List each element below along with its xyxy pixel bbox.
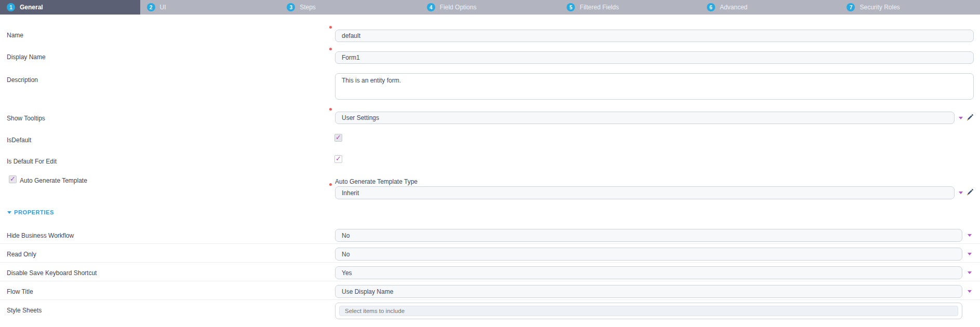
dropdown-caret-icon[interactable] <box>968 253 972 255</box>
auto-generate-template-label: Auto Generate Template <box>20 177 87 184</box>
flow-title-input[interactable] <box>335 285 962 298</box>
show-tooltips-label: Show Tooltips <box>7 115 45 122</box>
isdefault-checkbox[interactable] <box>334 134 342 142</box>
collapse-caret-icon <box>7 211 11 214</box>
dropdown-caret-icon[interactable] <box>959 117 963 119</box>
row-divider <box>0 262 980 263</box>
wizard-step-bar: 1 General 2 UI 3 Steps 4 Field Options 5… <box>0 0 980 15</box>
row-divider <box>0 299 980 300</box>
step-number-badge: 1 <box>7 3 15 11</box>
auto-generate-template-checkbox[interactable] <box>9 175 17 183</box>
flow-title-label: Flow Title <box>7 288 33 295</box>
name-label: Name <box>7 32 23 39</box>
row-divider <box>0 281 980 281</box>
hide-business-workflow-label: Hide Business Workflow <box>7 232 74 239</box>
read-only-input[interactable] <box>335 248 962 261</box>
step-number-badge: 5 <box>567 3 575 11</box>
style-sheets-multiselect[interactable] <box>335 303 962 319</box>
tab-label: Steps <box>300 4 316 11</box>
auto-generate-template-type-label: Auto Generate Template Type <box>335 178 418 185</box>
disable-save-keyboard-shortcut-label: Disable Save Keyboard Shortcut <box>7 269 97 277</box>
tab-steps[interactable]: 3 Steps <box>280 0 420 15</box>
name-input[interactable] <box>335 30 974 42</box>
is-default-for-edit-checkbox[interactable] <box>334 155 342 163</box>
tab-general[interactable]: 1 General <box>0 0 140 15</box>
step-number-badge: 4 <box>427 3 435 11</box>
read-only-label: Read Only <box>7 251 36 258</box>
step-number-badge: 2 <box>147 3 155 11</box>
tab-label: Security Roles <box>860 4 900 11</box>
required-indicator <box>329 26 332 29</box>
tab-label: UI <box>160 4 166 11</box>
tab-ui[interactable]: 2 UI <box>140 0 280 15</box>
row-divider <box>0 243 980 244</box>
display-name-input[interactable] <box>335 51 974 64</box>
step-number-badge: 6 <box>707 3 715 11</box>
description-textarea[interactable]: This is an entity form. <box>335 73 974 100</box>
required-indicator <box>329 183 332 186</box>
style-sheets-input[interactable] <box>339 306 958 316</box>
step-number-badge: 7 <box>847 3 855 11</box>
edit-pencil-icon[interactable] <box>966 114 974 121</box>
properties-section-header[interactable]: PROPERTIES <box>7 209 54 215</box>
disable-save-keyboard-shortcut-input[interactable] <box>335 266 962 279</box>
description-label: Description <box>7 76 38 84</box>
dropdown-caret-icon[interactable] <box>959 192 963 194</box>
auto-generate-template-type-input[interactable] <box>335 186 955 199</box>
dropdown-caret-icon[interactable] <box>968 290 972 293</box>
step-number-badge: 3 <box>287 3 295 11</box>
isdefault-label: IsDefault <box>7 137 31 144</box>
dropdown-caret-icon[interactable] <box>968 234 972 237</box>
is-default-for-edit-label: Is Default For Edit <box>7 158 57 165</box>
tab-security-roles[interactable]: 7 Security Roles <box>840 0 980 15</box>
tab-filtered-fields[interactable]: 5 Filtered Fields <box>560 0 700 15</box>
tab-label: Advanced <box>720 4 747 11</box>
tab-advanced[interactable]: 6 Advanced <box>700 0 840 15</box>
entity-form-editor: 1 General 2 UI 3 Steps 4 Field Options 5… <box>0 0 980 327</box>
tab-label: General <box>20 4 43 11</box>
required-indicator <box>329 48 332 50</box>
tab-field-options[interactable]: 4 Field Options <box>420 0 560 15</box>
properties-section-title: PROPERTIES <box>14 209 54 215</box>
style-sheets-label: Style Sheets <box>7 307 42 314</box>
dropdown-caret-icon[interactable] <box>968 271 972 274</box>
display-name-label: Display Name <box>7 53 46 61</box>
tab-label: Field Options <box>440 4 477 11</box>
edit-pencil-icon[interactable] <box>966 188 974 196</box>
required-indicator <box>329 108 332 111</box>
hide-business-workflow-input[interactable] <box>335 229 962 242</box>
tab-label: Filtered Fields <box>580 4 619 11</box>
show-tooltips-input[interactable] <box>335 112 955 124</box>
